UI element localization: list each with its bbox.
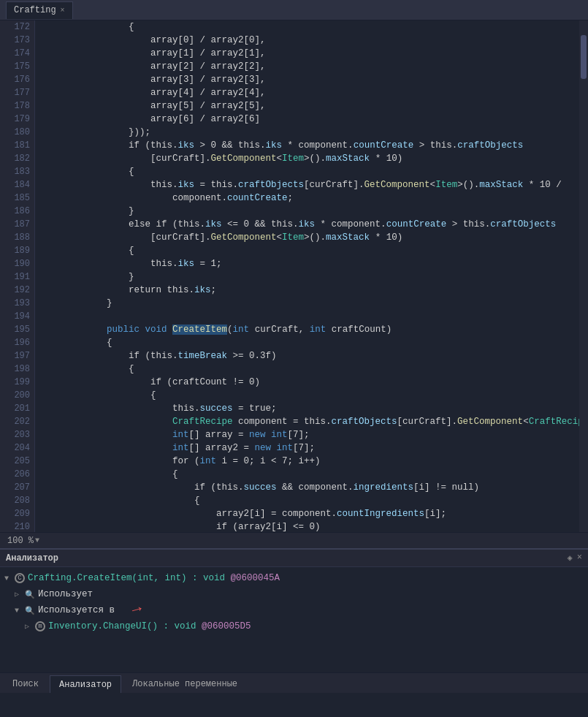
- code-line: [curCraft].GetComponent<Item>().maxStack…: [41, 152, 579, 165]
- code-line: component.countCreate;: [41, 191, 579, 205]
- line-number: 175: [14, 60, 30, 73]
- search-icon: 🔍: [25, 606, 35, 615]
- line-number: 192: [14, 284, 30, 297]
- expand-icon[interactable]: ▷: [15, 590, 22, 599]
- tab-label: Crafting: [14, 5, 56, 15]
- code-line: {: [41, 389, 579, 402]
- line-number: 194: [14, 310, 30, 323]
- code-line: array[2] / array2[2],: [41, 60, 579, 73]
- code-line: array[0] / array2[0],: [41, 34, 579, 47]
- code-line: array[5] / array2[5],: [41, 99, 579, 113]
- code-line: int[] array = new int[7];: [41, 428, 579, 441]
- line-number: 176: [14, 73, 30, 86]
- code-line: this.iks = this.craftObjects[curCraft].G…: [41, 178, 579, 191]
- editor-tab[interactable]: Crafting ×: [6, 1, 73, 19]
- tree-item-label: Используется в: [38, 605, 115, 615]
- line-number: 193: [14, 297, 30, 310]
- pin-button[interactable]: ◈: [568, 553, 573, 564]
- line-number: 185: [14, 191, 30, 205]
- line-number: 206: [14, 468, 30, 481]
- code-editor: 1721731741751761771781791801811821831841…: [0, 20, 588, 532]
- tree-item-label: Использует: [38, 589, 93, 599]
- code-line: {: [41, 468, 579, 481]
- tree-item-label: Crafting.CreateItem(int, int) : void @06…: [28, 573, 280, 583]
- expand-icon[interactable]: ▷: [25, 622, 32, 631]
- line-number: 200: [14, 389, 30, 402]
- code-line: public void CreateItem(int curCraft, int…: [41, 323, 579, 336]
- line-number: 197: [14, 349, 30, 363]
- code-line: else if (this.iks <= 0 && this.iks * com…: [41, 218, 579, 231]
- expand-icon[interactable]: ▼: [15, 607, 22, 615]
- code-line: array[4] / array2[4],: [41, 86, 579, 99]
- analyzer-tree-item[interactable]: ▼🔍Используется в→: [4, 602, 584, 618]
- code-line: {: [41, 165, 579, 178]
- line-number: 182: [14, 152, 30, 165]
- code-line: [curCraft].GetComponent<Item>().maxStack…: [41, 231, 579, 244]
- scrollbar-thumb[interactable]: [581, 35, 587, 79]
- red-arrow-annotation: →: [130, 602, 143, 620]
- code-line: array[1] / array2[1],: [41, 47, 579, 60]
- line-number: 189: [14, 244, 30, 257]
- code-line: if (this.succes && component.ingredients…: [41, 481, 579, 494]
- line-number: 187: [14, 218, 30, 231]
- line-number: 178: [14, 99, 30, 113]
- code-line: {: [41, 363, 579, 376]
- title-bar: Crafting ×: [0, 0, 588, 20]
- code-line: {: [41, 244, 579, 257]
- line-number: 181: [14, 139, 30, 152]
- expand-icon[interactable]: ▼: [4, 574, 12, 583]
- analyzer-tree-item[interactable]: ▷mInventory.ChangeUI() : void @060005D5: [4, 618, 584, 634]
- code-line: [41, 310, 579, 323]
- line-number: 173: [14, 34, 30, 47]
- line-number: 180: [14, 126, 30, 139]
- panel-title-bar: Анализатор ◈ ×: [0, 550, 588, 567]
- bottom-tab-анализатор[interactable]: Анализатор: [50, 675, 121, 693]
- bottom-tab-поиск[interactable]: Поиск: [3, 675, 48, 693]
- code-line: if (craftCount != 0): [41, 376, 579, 389]
- line-number: 199: [14, 376, 30, 389]
- zoom-dropdown-icon[interactable]: ▼: [35, 536, 39, 545]
- code-line: array[6] / array2[6]: [41, 113, 579, 126]
- analyzer-tree-item[interactable]: ▼CCrafting.CreateItem(int, int) : void @…: [4, 570, 584, 586]
- code-line: {: [41, 20, 579, 34]
- line-number: 195: [14, 323, 30, 336]
- code-line: return this.iks;: [41, 284, 579, 297]
- vertical-scrollbar[interactable]: [579, 20, 588, 532]
- line-number: 174: [14, 47, 30, 60]
- code-line: if (this.iks > 0 && this.iks * component…: [41, 139, 579, 152]
- line-number: 208: [14, 494, 30, 507]
- close-tab-button[interactable]: ×: [61, 7, 65, 15]
- code-content[interactable]: { array[0] / array2[0], array[1] / array…: [35, 20, 579, 532]
- code-line: for (int i = 0; i < 7; i++): [41, 455, 579, 468]
- line-number: 209: [14, 507, 30, 520]
- line-number: 188: [14, 231, 30, 244]
- line-number: 203: [14, 428, 30, 441]
- line-number: 205: [14, 455, 30, 468]
- code-line: this.succes = true;: [41, 402, 579, 415]
- search-icon: 🔍: [25, 590, 35, 599]
- line-number: 172: [14, 20, 30, 34]
- panel-title: Анализатор: [6, 553, 58, 564]
- code-line: CraftRecipe component = this.craftObject…: [41, 415, 579, 428]
- bottom-tabs: ПоискАнализаторЛокальные переменные: [0, 672, 588, 693]
- panel-controls: ◈ ×: [568, 553, 582, 564]
- line-number: 201: [14, 402, 30, 415]
- code-line: }: [41, 297, 579, 310]
- line-number: 191: [14, 270, 30, 284]
- close-panel-button[interactable]: ×: [577, 553, 582, 564]
- code-line: }: [41, 270, 579, 284]
- analyzer-panel: Анализатор ◈ × ▼CCrafting.CreateItem(int…: [0, 548, 588, 672]
- analyzer-tree-item[interactable]: ▷🔍Использует: [4, 586, 584, 602]
- code-line: int[] array2 = new int[7];: [41, 441, 579, 455]
- bottom-tab-локальные-переменные[interactable]: Локальные переменные: [123, 675, 247, 693]
- zoom-level: 100 %: [7, 536, 34, 546]
- code-line: }));: [41, 126, 579, 139]
- code-line: {: [41, 494, 579, 507]
- code-line: }: [41, 205, 579, 218]
- line-number: 186: [14, 205, 30, 218]
- status-bar: 100 % ▼: [0, 532, 588, 548]
- code-line: if (array2[i] <= 0): [41, 520, 579, 532]
- line-number: 196: [14, 336, 30, 349]
- line-number: 198: [14, 363, 30, 376]
- line-number: 184: [14, 178, 30, 191]
